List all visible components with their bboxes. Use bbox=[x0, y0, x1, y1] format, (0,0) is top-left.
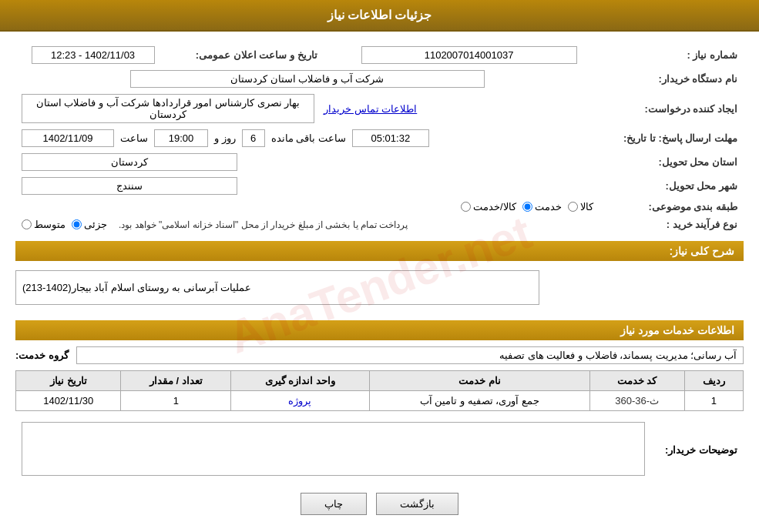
mohlat-row: 05:01:32 ساعت باقی مانده 6 روز و 19:00 س… bbox=[15, 126, 599, 150]
shahr-input: سنندج bbox=[22, 177, 237, 195]
mohlat-baqi-label: ساعت باقی مانده bbox=[271, 132, 346, 144]
radio-kala: کالا bbox=[568, 201, 593, 212]
mohlat-saat-input: 19:00 bbox=[154, 129, 208, 147]
khadamat-section-title: اطلاعات خدمات مورد نیاز bbox=[15, 320, 744, 340]
main-content: AnaTender.net شماره نیاز : 1102007014001… bbox=[0, 32, 759, 532]
nooe-farayand-label: نوع فرآیند خرید : bbox=[599, 216, 744, 233]
radio-motavaset-input[interactable] bbox=[22, 219, 32, 229]
radio-jozii: جزئی bbox=[72, 219, 107, 230]
sharh-value-box: عملیات آبرسانی به روستای اسلام آباد بیجا… bbox=[15, 270, 539, 305]
shomara-niaz-input: 1102007014001037 bbox=[361, 46, 577, 64]
radio-motavaset: متوسط bbox=[22, 219, 65, 230]
goroh-label: گروه خدمت: bbox=[15, 350, 69, 361]
radio-khadamat: خدمت bbox=[522, 201, 562, 212]
radio-kala-khadamat-input[interactable] bbox=[461, 202, 471, 212]
tozi-label: توضیحات خریدار: bbox=[651, 419, 744, 481]
page-header: جزئیات اطلاعات نیاز bbox=[0, 0, 759, 32]
tozi-table: توضیحات خریدار: bbox=[15, 419, 744, 481]
shomara-niaz-label: شماره نیاز : bbox=[599, 43, 744, 67]
print-button[interactable]: چاپ bbox=[301, 493, 367, 515]
th-tedad: تعداد / مقدار bbox=[121, 371, 231, 391]
ijad-input: بهار نصری کارشناس امور قراردادها شرکت آب… bbox=[22, 94, 314, 123]
cell-tarikh: 1402/11/30 bbox=[16, 391, 121, 411]
radio-motavaset-label: متوسط bbox=[34, 219, 65, 230]
ijad-link[interactable]: اطلاعات تماس خریدار bbox=[324, 103, 417, 115]
back-button[interactable]: بازگشت bbox=[376, 493, 458, 515]
ostan-value-cell: کردستان bbox=[15, 150, 599, 174]
cell-radif: 1 bbox=[684, 391, 743, 411]
radio-jozii-input[interactable] bbox=[72, 219, 82, 229]
nooe-farayand-text: پرداخت تمام یا بخشی از مبلغ خریدار از مح… bbox=[119, 219, 408, 230]
services-table: ردیف کد خدمت نام خدمت واحد اندازه گیری ت… bbox=[15, 370, 744, 411]
ostan-label: استان محل تحویل: bbox=[599, 150, 744, 174]
sharh-value-text: عملیات آبرسانی به روستای اسلام آباد بیجا… bbox=[22, 282, 251, 293]
shomara-niaz-value: 1102007014001037 bbox=[339, 43, 599, 67]
buttons-row: بازگشت چاپ bbox=[15, 493, 744, 527]
goroh-value-box: آب رسانی؛ مدیریت پسماند، فاضلاب و فعالیت… bbox=[76, 346, 744, 364]
radio-jozii-label: جزئی bbox=[84, 219, 107, 230]
tozi-value-cell bbox=[15, 419, 651, 481]
mohlat-date-input: 1402/11/09 bbox=[22, 129, 114, 147]
radio-khadamat-label: خدمت bbox=[535, 201, 562, 212]
mohlat-label: مهلت ارسال پاسخ: تا تاریخ: bbox=[599, 126, 744, 150]
shahr-value-cell: سنندج bbox=[15, 174, 599, 198]
nam-dastgah-value: شرکت آب و فاضلاب استان کردستان bbox=[15, 67, 599, 91]
tabaqe-label: طبقه بندی موضوعی: bbox=[599, 198, 744, 216]
cell-name: جمع آوری، تصفیه و تامین آب bbox=[369, 391, 589, 411]
sharh-label: شرح کلی نیاز: bbox=[670, 245, 734, 257]
header-title: جزئیات اطلاعات نیاز bbox=[327, 8, 432, 22]
th-tarikh: تاریخ نیاز bbox=[16, 371, 121, 391]
cell-kod: ث-36-360 bbox=[589, 391, 684, 411]
nam-dastgah-input: شرکت آب و فاضلاب استان کردستان bbox=[130, 70, 485, 88]
th-kod: کد خدمت bbox=[589, 371, 684, 391]
tarikh-label: تاریخ و ساعت اعلان عمومی: bbox=[170, 43, 323, 67]
shahr-label: شهر محل تحویل: bbox=[599, 174, 744, 198]
radio-kala-khadamat-label: کالا/خدمت bbox=[473, 201, 516, 212]
goroh-value-text: آب رسانی؛ مدیریت پسماند، فاضلاب و فعالیت… bbox=[499, 350, 737, 361]
tarikh-value: 1402/11/03 - 12:23 bbox=[15, 43, 170, 67]
mohlat-saat-label: ساعت bbox=[120, 132, 148, 144]
cell-unit: پروژه bbox=[231, 391, 370, 411]
ijad-label: ایجاد کننده درخواست: bbox=[599, 91, 744, 126]
cell-tedad: 1 bbox=[121, 391, 231, 411]
th-unit: واحد اندازه گیری bbox=[231, 371, 370, 391]
khadamat-title-text: اطلاعات خدمات مورد نیاز bbox=[620, 324, 734, 336]
radio-kala-khadamat: کالا/خدمت bbox=[461, 201, 516, 212]
sharh-section-title: شرح کلی نیاز: bbox=[15, 241, 744, 261]
radio-kala-input[interactable] bbox=[568, 202, 578, 212]
th-name: نام خدمت bbox=[369, 371, 589, 391]
mohlat-rooz-label: روز و bbox=[214, 132, 236, 144]
radio-khadamat-input[interactable] bbox=[522, 202, 532, 212]
mohlat-rooz-input: 6 bbox=[242, 129, 265, 147]
radio-kala-label: کالا bbox=[580, 201, 593, 212]
th-radif: ردیف bbox=[684, 371, 743, 391]
mohlat-baqi-input: 05:01:32 bbox=[352, 129, 429, 147]
table-row: 1 ث-36-360 جمع آوری، تصفیه و تامین آب پر… bbox=[16, 391, 744, 411]
nooe-farayand-cell: پرداخت تمام یا بخشی از مبلغ خریدار از مح… bbox=[15, 216, 599, 233]
tarikh-input: 1402/11/03 - 12:23 bbox=[32, 46, 155, 64]
info-table-1: شماره نیاز : 1102007014001037 تاریخ و سا… bbox=[15, 43, 744, 233]
page-wrapper: جزئیات اطلاعات نیاز AnaTender.net شماره … bbox=[0, 0, 759, 532]
tozi-textarea[interactable] bbox=[22, 422, 645, 476]
ostan-input: کردستان bbox=[22, 153, 237, 171]
nam-dastgah-label: نام دستگاه خریدار: bbox=[599, 67, 744, 91]
ijad-value-cell: اطلاعات تماس خریدار بهار نصری کارشناس ام… bbox=[15, 91, 599, 126]
tabaqe-value-cell: کالا/خدمت خدمت کالا bbox=[15, 198, 599, 216]
